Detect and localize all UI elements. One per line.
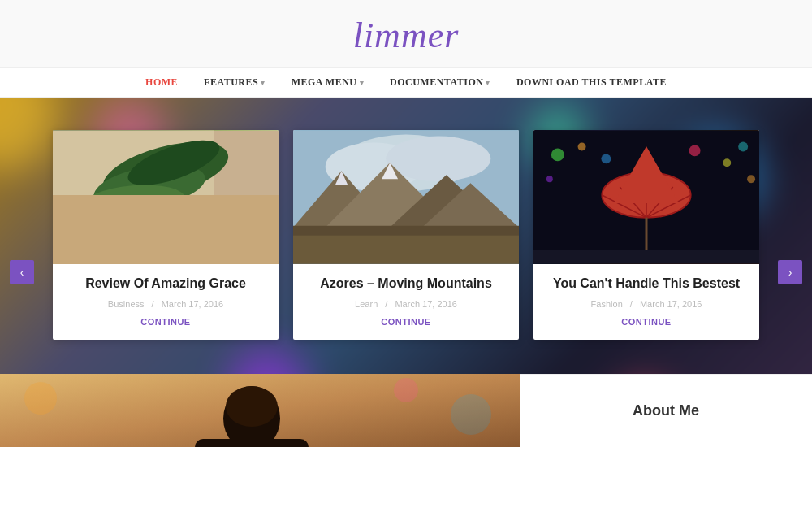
svg-point-26 bbox=[738, 141, 748, 151]
slider-card: Azores – Moving Mountains Learn / March … bbox=[293, 130, 519, 340]
slider-card: Review Of Amazing Grace Business / March… bbox=[53, 130, 279, 340]
svg-point-24 bbox=[689, 145, 701, 156]
slider-cards: Review Of Amazing Grace Business / March… bbox=[53, 130, 759, 340]
bokeh-decoration bbox=[0, 98, 58, 170]
svg-rect-6 bbox=[53, 211, 279, 264]
svg-point-3 bbox=[90, 158, 209, 217]
card-body-3: You Can't Handle This Bestest Fashion / … bbox=[533, 264, 759, 340]
svg-rect-0 bbox=[53, 131, 279, 264]
nav-item-features[interactable]: FEATURES ▾ bbox=[204, 76, 266, 89]
card-title-2: Azores – Moving Mountains bbox=[306, 276, 506, 293]
nav-item-documentation[interactable]: DOCUMENTATION ▾ bbox=[390, 76, 490, 89]
card-continue-2[interactable]: CONTINUE bbox=[306, 317, 506, 327]
svg-point-25 bbox=[723, 158, 731, 167]
card-image-svg bbox=[293, 130, 519, 264]
chevron-down-icon: ▾ bbox=[360, 79, 365, 87]
main-nav: HOME FEATURES ▾ MEGA MENU ▾ DOCUMENTATIO… bbox=[0, 68, 812, 98]
bottom-about-section: About Me bbox=[520, 374, 812, 447]
site-logo[interactable]: limmer bbox=[0, 15, 812, 56]
svg-point-4 bbox=[123, 131, 225, 194]
slider-prev-button[interactable]: ‹ bbox=[10, 260, 34, 284]
svg-point-2 bbox=[97, 131, 235, 211]
svg-point-40 bbox=[24, 382, 57, 415]
nav-item-home[interactable]: HOME bbox=[145, 76, 178, 89]
card-image-svg bbox=[53, 130, 279, 264]
svg-rect-1 bbox=[53, 131, 214, 264]
nav-item-download[interactable]: DOWNLOAD THIS TEMPLATE bbox=[516, 76, 667, 89]
svg-point-22 bbox=[578, 142, 586, 150]
svg-rect-45 bbox=[195, 439, 309, 447]
svg-point-5 bbox=[80, 181, 187, 226]
bottom-section: About Me bbox=[0, 374, 812, 447]
featured-image-svg bbox=[0, 374, 520, 447]
card-image-2 bbox=[293, 130, 519, 264]
card-image-3 bbox=[533, 130, 759, 264]
card-continue-1[interactable]: CONTINUE bbox=[66, 317, 266, 327]
card-continue-3[interactable]: CONTINUE bbox=[546, 317, 746, 327]
chevron-down-icon: ▾ bbox=[486, 79, 490, 87]
nav-item-mega-menu[interactable]: MEGA MENU ▾ bbox=[292, 76, 364, 89]
slider-next-button[interactable]: › bbox=[778, 260, 802, 284]
svg-rect-19 bbox=[293, 236, 519, 264]
chevron-down-icon: ▾ bbox=[261, 79, 266, 87]
svg-point-7 bbox=[85, 199, 247, 224]
card-title-3: You Can't Handle This Bestest bbox=[546, 276, 746, 293]
svg-point-44 bbox=[226, 386, 278, 427]
card-body-1: Review Of Amazing Grace Business / March… bbox=[53, 264, 279, 340]
card-image-1 bbox=[53, 130, 279, 264]
about-me-title: About Me bbox=[633, 402, 699, 419]
svg-point-23 bbox=[601, 154, 611, 163]
svg-point-27 bbox=[546, 176, 553, 182]
svg-point-42 bbox=[451, 394, 491, 435]
svg-rect-37 bbox=[533, 250, 759, 264]
card-title-1: Review Of Amazing Grace bbox=[66, 276, 266, 293]
card-image-svg bbox=[533, 130, 759, 264]
card-meta-2: Learn / March 17, 2016 bbox=[306, 299, 506, 309]
card-meta-3: Fashion / March 17, 2016 bbox=[546, 299, 746, 309]
svg-point-21 bbox=[551, 148, 564, 161]
card-meta-1: Business / March 17, 2016 bbox=[66, 299, 266, 309]
slider-card: You Can't Handle This Bestest Fashion / … bbox=[533, 130, 759, 340]
hero-slider: ‹ Review Of Am bbox=[0, 98, 812, 447]
svg-point-28 bbox=[747, 175, 755, 183]
bottom-featured-image bbox=[0, 374, 520, 447]
svg-point-41 bbox=[394, 378, 418, 402]
card-body-2: Azores – Moving Mountains Learn / March … bbox=[293, 264, 519, 340]
site-header: limmer bbox=[0, 0, 812, 68]
